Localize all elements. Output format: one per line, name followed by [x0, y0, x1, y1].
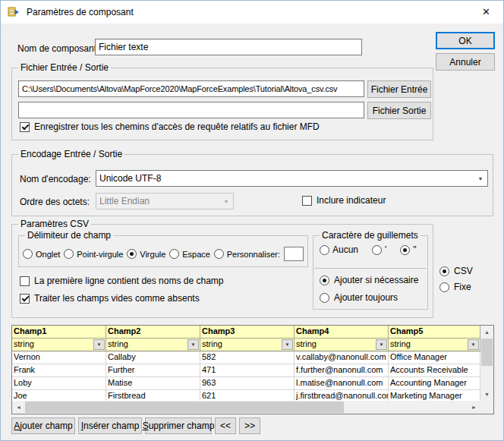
radio-add-always[interactable]: Ajouter toujours [320, 291, 398, 304]
radio-format-csv[interactable]: CSV [439, 265, 473, 277]
csv-settings-group-title: Paramètres CSV [18, 219, 91, 229]
close-button[interactable]: ✕ [469, 1, 503, 23]
grid-cell[interactable]: Firstbread [106, 390, 200, 401]
cancel-button[interactable]: Annuler [436, 53, 495, 71]
checkbox-indicator [20, 294, 30, 304]
scroll-down-button[interactable]: ▼ [480, 388, 493, 401]
component-settings-dialog: Paramètres de composant ✕ OK Annuler Nom… [0, 0, 504, 441]
component-name-input[interactable] [95, 39, 362, 55]
grid-cell[interactable]: Marketing Manager [389, 390, 480, 401]
type-dropdown-button[interactable]: ▼ [376, 339, 387, 350]
grid-cell[interactable]: Loby [12, 377, 106, 390]
radio-label: CSV [454, 266, 473, 276]
grid-cell[interactable]: Callaby [106, 351, 200, 364]
type-cell[interactable]: string ▼ [295, 339, 389, 351]
checkbox-label: Inclure indicateur [317, 195, 386, 206]
first-row-names-checkbox[interactable]: La première ligne contient des noms de c… [20, 275, 223, 287]
file-input-button[interactable]: Fichier Entrée [367, 80, 431, 98]
grid-cell[interactable]: 963 [200, 377, 295, 390]
radio-delimiter-semicolon[interactable]: Point-virgule [64, 249, 123, 259]
scroll-left-button[interactable]: ◄ [12, 401, 25, 414]
grid-cell[interactable]: Joe [12, 390, 106, 401]
component-name-label: Nom de composant: [17, 43, 99, 55]
include-bom-checkbox[interactable]: Inclure indicateur [302, 194, 386, 206]
grid-cell[interactable]: Office Manager [389, 351, 480, 364]
grid-cell[interactable]: v.callaby@nanonull.com [295, 351, 389, 364]
column-header[interactable]: Champ5 [389, 326, 480, 339]
type-value: string [202, 339, 222, 348]
ok-button[interactable]: OK [436, 32, 495, 49]
button-label: Supprimer champ [143, 421, 215, 431]
vertical-scrollbar[interactable]: ▲ ▼ [480, 326, 493, 401]
encoding-group: Encodage Entrée / Sortie Nom d'encodage:… [11, 154, 493, 216]
byte-order-label: Ordre des octets: [20, 196, 90, 208]
radio-delimiter-space[interactable]: Espace [169, 249, 210, 259]
checkbox-label: Enregistrer tous les chemins d'accès de … [34, 121, 320, 132]
column-header[interactable]: Champ3 [200, 326, 295, 339]
scroll-up-button[interactable]: ▲ [480, 326, 493, 339]
column-header[interactable]: Champ2 [106, 326, 200, 339]
vertical-scroll-thumb[interactable] [481, 339, 493, 366]
grid-cell[interactable]: Matise [106, 377, 200, 390]
grid-cell[interactable]: j.firstbread@nanonull.com [295, 390, 389, 401]
horizontal-scrollbar[interactable]: ◄ ► [12, 401, 480, 414]
radio-indicator [169, 249, 179, 259]
radio-label: ' [385, 244, 386, 255]
radio-add-if-needed[interactable]: Ajouter si nécessaire [320, 274, 418, 286]
csv-settings-group: Paramètres CSV Délimiteur de champ Ongle… [11, 224, 433, 318]
type-cell[interactable]: string ▼ [106, 339, 200, 351]
radio-delimiter-custom[interactable]: Personnaliser: [214, 249, 280, 259]
custom-delimiter-input[interactable] [284, 247, 304, 261]
type-dropdown-button[interactable]: ▼ [93, 339, 105, 350]
type-cell[interactable]: string ▼ [200, 339, 295, 351]
type-cell[interactable]: string ▼ [12, 339, 106, 351]
empty-fields-absent-checkbox[interactable]: Traiter les champs vides comme absents [20, 292, 200, 304]
radio-delimiter-tab[interactable]: Onglet [23, 249, 60, 259]
type-cell[interactable]: string ▼ [389, 339, 480, 351]
radio-quote-none[interactable]: Aucun [320, 244, 358, 255]
insert-field-button[interactable]: Insérer champ [78, 417, 142, 434]
grid-cell[interactable]: f.further@nanonull.com [295, 364, 389, 377]
grid-cell[interactable]: Accounts Receivable [389, 364, 480, 377]
window-title: Paramètres de composant [27, 7, 134, 17]
move-right-button[interactable]: >> [239, 417, 260, 434]
type-dropdown-button[interactable]: ▼ [282, 339, 293, 350]
grid-cell[interactable]: l.matise@nanonull.com [295, 377, 389, 390]
radio-label: Ajouter si nécessaire [334, 275, 418, 285]
checkbox-label: Traiter les champs vides comme absents [34, 293, 200, 304]
button-label: Insérer champ [81, 421, 140, 431]
radio-quote-double[interactable]: " [400, 244, 416, 255]
grid-cell[interactable]: 582 [200, 351, 295, 364]
save-relative-paths-checkbox[interactable]: Enregistrer tous les chemins d'accès de … [20, 121, 320, 133]
move-left-button[interactable]: << [215, 417, 236, 434]
column-header[interactable]: Champ4 [295, 326, 389, 339]
horizontal-scroll-thumb[interactable] [25, 402, 344, 413]
grid-cell[interactable]: Vernon [12, 351, 106, 364]
grid-cell[interactable]: Frank [12, 364, 106, 377]
grid-cell[interactable]: 471 [200, 364, 295, 377]
radio-quote-single[interactable]: ' [372, 244, 386, 255]
type-dropdown-button[interactable]: ▼ [187, 339, 199, 350]
checkbox-label: La première ligne contient des noms de c… [34, 276, 223, 286]
chevron-down-icon: ▼ [191, 342, 196, 347]
grid-data-row: Vernon Callaby 582 v.callaby@nanonull.co… [12, 351, 480, 364]
output-file-path-field[interactable] [18, 102, 364, 118]
add-field-button[interactable]: Ajouter champ [11, 417, 75, 434]
titlebar: Paramètres de composant ✕ [1, 1, 503, 24]
input-file-path-field[interactable] [18, 80, 364, 97]
radio-delimiter-comma[interactable]: Virgule [127, 249, 165, 259]
delete-field-button[interactable]: Supprimer champ [145, 417, 212, 434]
chevron-down-icon: ▼ [285, 342, 290, 347]
radio-indicator [400, 245, 410, 255]
grid-cell[interactable]: Accounting Manager [389, 377, 480, 390]
radio-format-fixed[interactable]: Fixe [439, 281, 471, 293]
file-output-button[interactable]: Fichier Sortie [367, 102, 431, 119]
encoding-select[interactable]: Unicode UTF-8 ▼ [96, 170, 488, 187]
type-dropdown-button[interactable]: ▼ [468, 339, 479, 350]
grid-cell[interactable]: Further [106, 364, 200, 377]
field-delimiter-group: Délimiteur de champ Onglet Point-virgule… [18, 235, 308, 267]
column-header[interactable]: Champ1 [12, 326, 106, 339]
quote-character-group-title: Caractère de guillemets [320, 230, 421, 241]
grid-cell[interactable]: 621 [200, 390, 295, 401]
scroll-right-button[interactable]: ► [468, 401, 480, 414]
